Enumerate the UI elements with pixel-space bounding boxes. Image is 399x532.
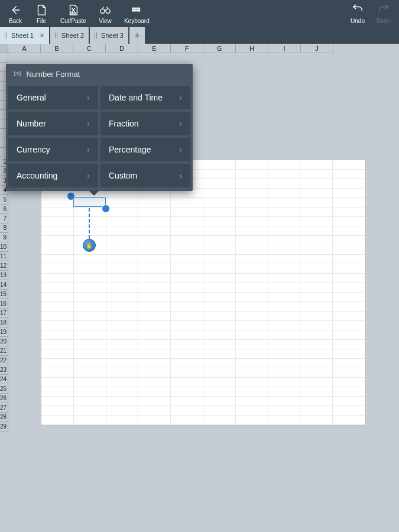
cell[interactable] — [236, 349, 268, 359]
cell[interactable] — [74, 207, 106, 217]
back-button[interactable]: Back — [2, 2, 28, 25]
cell[interactable] — [171, 368, 203, 378]
cell[interactable] — [171, 274, 203, 283]
cell[interactable] — [171, 217, 203, 226]
cell[interactable] — [236, 368, 268, 378]
cell[interactable] — [106, 321, 139, 330]
cell[interactable] — [333, 160, 365, 170]
cell[interactable] — [171, 198, 203, 207]
row-header[interactable]: 5 — [0, 195, 8, 205]
cell[interactable] — [236, 274, 268, 283]
cell[interactable] — [138, 378, 171, 387]
cell[interactable] — [333, 283, 365, 293]
cell[interactable] — [333, 321, 365, 330]
cell[interactable] — [106, 406, 139, 416]
cell[interactable] — [236, 160, 268, 170]
cell[interactable] — [41, 416, 74, 425]
cell[interactable] — [138, 264, 171, 274]
cell[interactable] — [300, 170, 333, 179]
cell[interactable] — [138, 321, 171, 330]
cell[interactable] — [333, 217, 365, 226]
cell[interactable] — [138, 255, 171, 264]
cell[interactable] — [300, 189, 333, 198]
cell[interactable] — [203, 378, 236, 387]
col-header[interactable]: F — [171, 44, 203, 53]
cell[interactable] — [268, 217, 301, 226]
cell[interactable] — [268, 207, 301, 217]
cell[interactable] — [300, 387, 333, 397]
row-header[interactable]: 29 — [0, 422, 8, 432]
format-date-time[interactable]: Date and Time› — [100, 86, 190, 109]
cell[interactable] — [106, 255, 139, 264]
row-header[interactable] — [0, 53, 8, 63]
cell[interactable] — [41, 264, 74, 274]
cell[interactable] — [171, 293, 203, 302]
cell[interactable] — [268, 359, 301, 368]
row-header[interactable]: 26 — [0, 394, 8, 403]
cell[interactable] — [138, 387, 171, 397]
row-header[interactable]: 11 — [0, 252, 8, 261]
cell[interactable] — [41, 406, 74, 416]
format-currency[interactable]: Currency› — [8, 138, 98, 161]
cell[interactable] — [74, 340, 106, 349]
close-icon[interactable]: × — [40, 31, 44, 40]
cell[interactable] — [268, 302, 301, 312]
col-header[interactable]: A — [8, 44, 41, 53]
cell[interactable] — [236, 330, 268, 340]
cell[interactable] — [268, 283, 301, 293]
cell[interactable] — [333, 189, 365, 198]
cell[interactable] — [236, 207, 268, 217]
view-button[interactable]: View — [92, 2, 118, 25]
cell[interactable] — [171, 378, 203, 387]
cell[interactable] — [41, 217, 74, 226]
cell[interactable] — [138, 245, 171, 255]
cell[interactable] — [41, 207, 74, 217]
cell[interactable] — [74, 264, 106, 274]
cell[interactable] — [106, 416, 139, 425]
cell[interactable] — [74, 406, 106, 416]
row-header[interactable]: 25 — [0, 384, 8, 394]
col-header[interactable]: C — [73, 44, 106, 53]
cell[interactable] — [333, 179, 365, 189]
cell[interactable] — [300, 378, 333, 387]
cell[interactable] — [268, 160, 301, 170]
cell[interactable] — [203, 340, 236, 349]
cell[interactable] — [106, 378, 139, 387]
cell[interactable] — [300, 236, 333, 245]
cell[interactable] — [333, 406, 365, 416]
cell[interactable] — [138, 236, 171, 245]
cell[interactable] — [268, 378, 301, 387]
cell[interactable] — [203, 406, 236, 416]
cell[interactable] — [41, 293, 74, 302]
cell[interactable] — [106, 293, 139, 302]
cell[interactable] — [203, 264, 236, 274]
cell[interactable] — [138, 406, 171, 416]
cell[interactable] — [41, 245, 74, 255]
cell[interactable] — [41, 378, 74, 387]
cell[interactable] — [203, 274, 236, 283]
cell[interactable] — [203, 359, 236, 368]
keyboard-button[interactable]: Keyboard — [118, 2, 155, 25]
cell[interactable] — [138, 330, 171, 340]
cell[interactable] — [203, 226, 236, 236]
cell[interactable] — [236, 312, 268, 321]
cell[interactable] — [171, 236, 203, 245]
cell[interactable] — [41, 312, 74, 321]
cell[interactable] — [300, 349, 333, 359]
cell[interactable] — [333, 293, 365, 302]
cell[interactable] — [300, 179, 333, 189]
file-button[interactable]: File — [28, 2, 54, 25]
cell[interactable] — [171, 302, 203, 312]
cell[interactable] — [138, 349, 171, 359]
cell[interactable] — [203, 293, 236, 302]
cell[interactable] — [106, 340, 139, 349]
col-header[interactable]: I — [268, 44, 301, 53]
cell[interactable] — [138, 416, 171, 425]
cell[interactable] — [106, 207, 139, 217]
col-header[interactable]: B — [41, 44, 73, 53]
cell[interactable] — [138, 312, 171, 321]
cell[interactable] — [74, 226, 106, 236]
cell[interactable] — [203, 217, 236, 226]
cell[interactable] — [138, 293, 171, 302]
cell[interactable] — [236, 293, 268, 302]
